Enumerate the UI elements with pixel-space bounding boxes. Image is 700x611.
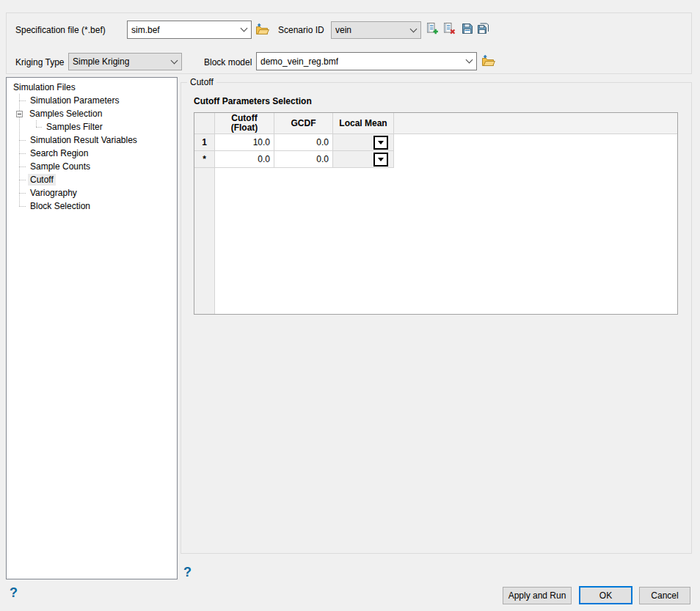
spec-file-value: sim.bef <box>131 25 160 35</box>
scenario-id-value: vein <box>335 25 351 35</box>
spec-file-label: Specification file (*.bef) <box>15 24 106 36</box>
tree-item-simulation-files[interactable]: Simulation Files <box>7 81 177 94</box>
document-add-icon <box>426 23 439 35</box>
column-header-gcdf[interactable]: GCDF <box>274 113 333 133</box>
save-scenario-button[interactable] <box>462 23 473 34</box>
block-model-label: Block model <box>204 56 252 68</box>
cell-cutoff[interactable]: 0.0 <box>215 151 274 168</box>
chevron-down-icon <box>241 25 248 32</box>
tree-item-variography[interactable]: Variography <box>7 186 177 200</box>
table-row: * 0.0 0.0 <box>194 151 677 168</box>
column-header-local-mean[interactable]: Local Mean <box>333 113 394 133</box>
cancel-button[interactable]: Cancel <box>639 587 690 604</box>
tree-item-label: Search Region <box>28 147 90 159</box>
tree-guide-line <box>36 120 37 127</box>
kriging-type-combo[interactable]: Simple Kriging <box>68 53 182 70</box>
file-settings-group: Specification file (*.bef) sim.bef Scena… <box>6 12 692 74</box>
table-header-filler <box>394 113 677 133</box>
cutoff-group: Cutoff Cutoff Parameters Selection Cutof… <box>181 82 692 554</box>
column-header-cutoff[interactable]: Cutoff (Float) <box>215 113 274 133</box>
cutoff-parameters-table: Cutoff (Float) GCDF Local Mean 1 10.0 0.… <box>194 112 678 315</box>
tree-item-samples-filter[interactable]: Samples Filter <box>7 120 177 133</box>
tree-item-block-selection[interactable]: Block Selection <box>7 200 177 213</box>
tree-item-label: Cutoff <box>28 174 56 186</box>
floppy-disk-copy-icon <box>477 23 489 34</box>
remove-scenario-button[interactable] <box>443 23 456 35</box>
add-scenario-button[interactable] <box>426 23 439 35</box>
local-mean-dropdown-button[interactable] <box>373 136 388 150</box>
tree-item-label: Variography <box>28 187 79 199</box>
triangle-down-icon <box>378 158 384 161</box>
cell-gcdf[interactable]: 0.0 <box>274 151 333 168</box>
cell-gcdf[interactable]: 0.0 <box>274 134 333 151</box>
cell-local-mean[interactable] <box>333 151 394 168</box>
cutoff-section-title: Cutoff Parameters Selection <box>194 96 312 106</box>
open-block-model-button[interactable] <box>481 54 495 67</box>
document-remove-icon <box>443 23 456 35</box>
tree-connector <box>19 100 26 101</box>
tree-item-label: Samples Selection <box>27 108 104 120</box>
table-corner-header[interactable] <box>194 113 215 133</box>
save-scenario-as-button[interactable] <box>477 23 489 34</box>
floppy-disk-icon <box>462 23 473 34</box>
panel-help-icon[interactable]: ? <box>183 566 192 579</box>
tree-connector <box>19 140 26 141</box>
row-header-strip <box>194 168 215 315</box>
cutoff-group-title: Cutoff <box>187 77 216 87</box>
block-model-combo[interactable]: demo_vein_reg.bmf <box>256 52 477 70</box>
dialog-help-icon[interactable]: ? <box>10 586 18 599</box>
folder-open-icon <box>255 23 269 35</box>
spec-file-combo[interactable]: sim.bef <box>127 21 252 39</box>
tree-panel: Simulation FilesSimulation ParametersSam… <box>6 77 178 579</box>
kriging-type-label: Kriging Type <box>15 56 65 68</box>
apply-and-run-button[interactable]: Apply and Run <box>503 587 572 604</box>
tree-connector <box>36 127 42 128</box>
tree-item-label: Simulation Files <box>11 81 78 93</box>
chevron-down-icon <box>171 56 178 64</box>
tree-item-label: Simulation Result Variables <box>28 134 139 146</box>
kriging-type-value: Simple Kriging <box>73 56 129 67</box>
tree-item-simulation-parameters[interactable]: Simulation Parameters <box>7 94 177 107</box>
triangle-down-icon <box>378 141 384 144</box>
tree-item-samples-selection[interactable]: Samples Selection <box>7 107 177 120</box>
tree-item-search-region[interactable]: Search Region <box>7 147 177 160</box>
tree-item-simulation-result-variables[interactable]: Simulation Result Variables <box>7 133 177 147</box>
local-mean-dropdown-button[interactable] <box>373 153 388 167</box>
scenario-id-combo[interactable]: vein <box>331 21 421 39</box>
tree-connector <box>19 167 26 167</box>
table-row: 1 10.0 0.0 <box>194 134 677 151</box>
tree-item-sample-counts[interactable]: Sample Counts <box>7 160 177 173</box>
tree-item-cutoff[interactable]: Cutoff <box>7 173 177 186</box>
tree-connector <box>19 193 26 194</box>
table-header-row: Cutoff (Float) GCDF Local Mean <box>194 113 677 134</box>
simulation-dialog: Specification file (*.bef) sim.bef Scena… <box>0 0 700 611</box>
tree-item-label: Block Selection <box>28 200 92 212</box>
tree-connector <box>19 206 26 207</box>
tree-items: Simulation FilesSimulation ParametersSam… <box>7 78 177 213</box>
open-spec-file-button[interactable] <box>255 23 269 35</box>
tree-connector <box>19 180 26 180</box>
tree-item-label: Sample Counts <box>28 161 92 172</box>
chevron-down-icon <box>410 25 418 32</box>
folder-open-icon <box>481 54 495 67</box>
block-model-value: demo_vein_reg.bmf <box>260 56 338 67</box>
tree-item-label: Simulation Parameters <box>28 95 121 106</box>
ok-button[interactable]: OK <box>579 586 632 604</box>
row-header[interactable]: 1 <box>194 134 215 151</box>
cell-local-mean[interactable] <box>333 134 394 151</box>
chevron-down-icon <box>466 56 473 64</box>
scenario-id-label: Scenario ID <box>278 24 324 36</box>
cell-cutoff[interactable]: 10.0 <box>215 134 274 151</box>
tree-item-label: Samples Filter <box>44 121 105 133</box>
row-header[interactable]: * <box>194 151 215 168</box>
table-empty-area <box>194 168 677 315</box>
minus-box-icon[interactable] <box>16 111 23 117</box>
tree-connector <box>19 153 26 154</box>
